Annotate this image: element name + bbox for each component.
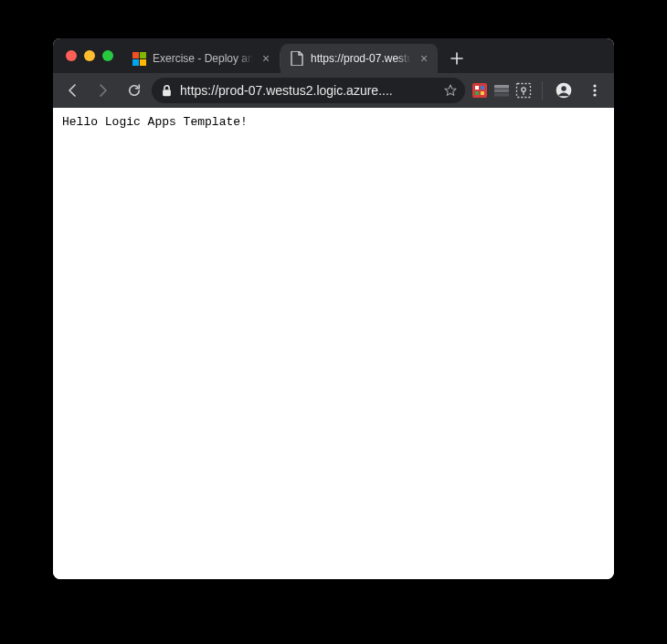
- svg-rect-5: [481, 91, 484, 95]
- reload-button[interactable]: [121, 77, 148, 104]
- close-window-button[interactable]: [66, 50, 77, 61]
- svg-point-13: [593, 84, 596, 87]
- back-button[interactable]: [58, 77, 86, 104]
- tab-title: Exercise - Deploy and export: [153, 52, 253, 65]
- toolbar: https://prod-07.westus2.logic.azure....: [53, 73, 614, 108]
- menu-button[interactable]: [581, 77, 609, 104]
- toolbar-separator: [542, 81, 543, 100]
- window-controls: [62, 50, 122, 61]
- svg-rect-6: [494, 85, 509, 89]
- minimize-window-button[interactable]: [84, 50, 95, 61]
- url-host: prod-07.westus2.logic.azure....: [218, 83, 393, 98]
- page-content: Hello Logic Apps Template!: [53, 108, 614, 579]
- svg-rect-2: [475, 86, 479, 90]
- extension-icon-2[interactable]: [492, 80, 512, 100]
- forward-button[interactable]: [90, 77, 117, 104]
- close-tab-icon[interactable]: ×: [259, 52, 272, 65]
- profile-button[interactable]: [550, 77, 577, 104]
- maximize-window-button[interactable]: [102, 50, 113, 61]
- svg-point-12: [561, 86, 566, 91]
- extension-icon-1[interactable]: [470, 80, 490, 100]
- page-body-text: Hello Logic Apps Template!: [62, 115, 605, 129]
- lock-icon: [161, 84, 173, 97]
- svg-rect-9: [517, 84, 531, 98]
- tab-title: https://prod-07.westus2.logic: [311, 52, 411, 65]
- close-tab-icon[interactable]: ×: [418, 52, 430, 65]
- tab-0[interactable]: Exercise - Deploy and export ×: [122, 44, 280, 73]
- browser-window: Exercise - Deploy and export × https://p…: [53, 38, 614, 579]
- address-bar[interactable]: https://prod-07.westus2.logic.azure....: [152, 78, 465, 103]
- extensions-group: [469, 80, 535, 100]
- svg-rect-4: [475, 91, 479, 95]
- svg-rect-1: [472, 83, 487, 98]
- svg-rect-7: [494, 90, 509, 93]
- file-icon: [290, 51, 304, 66]
- url-text: https://prod-07.westus2.logic.azure....: [180, 83, 436, 98]
- tab-1[interactable]: https://prod-07.westus2.logic ×: [281, 44, 438, 73]
- url-protocol: https://: [180, 83, 218, 98]
- tab-strip: Exercise - Deploy and export × https://p…: [53, 38, 614, 73]
- new-tab-button[interactable]: [445, 47, 469, 70]
- svg-rect-3: [481, 86, 484, 90]
- svg-point-15: [593, 93, 596, 96]
- bookmark-star-icon[interactable]: [443, 83, 458, 98]
- svg-rect-8: [494, 93, 509, 97]
- svg-point-10: [522, 88, 525, 91]
- extension-icon-3[interactable]: [513, 80, 534, 100]
- svg-rect-0: [163, 90, 171, 96]
- microsoft-logo-icon: [132, 51, 146, 66]
- svg-point-14: [593, 89, 596, 91]
